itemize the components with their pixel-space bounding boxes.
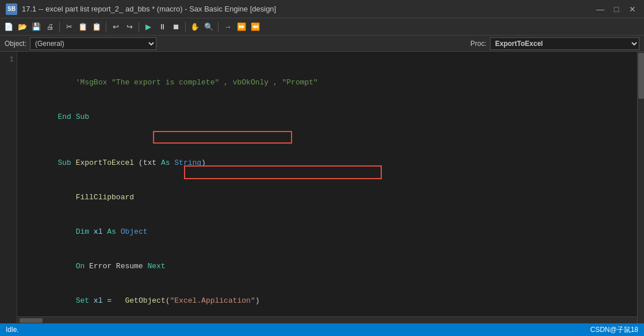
toolbar-hand[interactable]: ✋ [189, 21, 201, 33]
status-right: CSDN@子鼠18 [590, 325, 638, 335]
kw-on1: On [76, 262, 89, 271]
toolbar-paste[interactable]: 📋 [90, 21, 103, 33]
kw-set1: Set [76, 296, 94, 305]
sep4 [185, 22, 186, 32]
toolbar-pause[interactable]: ⏸ [156, 21, 168, 33]
code-line-sub: Sub ExportToExcel (txt As String) [22, 146, 639, 180]
title-bar: SB 17.1 -- excel part list report_2_ ad_… [0, 0, 644, 18]
sep2 [106, 22, 106, 32]
toolbar-redo[interactable]: ↪ [123, 21, 136, 33]
toolbar-step[interactable]: → [221, 21, 234, 33]
status-bar: Idle. CSDN@子鼠18 [0, 323, 644, 336]
toolbar-stepover[interactable]: ⏩ [235, 21, 248, 33]
code-area: 1 'MsgBox "The export is complete" , vbO… [0, 52, 644, 323]
code-on-indent [57, 262, 75, 271]
object-label: Object: [5, 40, 26, 48]
toolbar-new[interactable]: 📄 [2, 21, 15, 33]
kw-as: As [161, 159, 174, 167]
toolbar: 📄 📂 💾 🖨 ✂ 📋 📋 ↩ ↪ ▶ ⏸ ⏹ ✋ 🔍 → ⏩ ⏪ [0, 18, 644, 36]
minimize-button[interactable]: — [595, 3, 606, 15]
kw-sub: Sub [57, 159, 75, 167]
code-line-fillclipboard: FillClipboard [22, 180, 639, 215]
sep1 [59, 22, 60, 32]
code-line-set-getobject: Set xl = GetObject("Excel.Application") [22, 284, 639, 316]
window-controls: — □ ✕ [595, 3, 638, 15]
scrollbar-h-thumb[interactable] [20, 318, 43, 323]
kw-next: Next [147, 262, 165, 271]
code-paren-close: ) [201, 159, 206, 167]
app-icon: SB [6, 3, 17, 15]
scrollbar-horizontal[interactable] [17, 316, 644, 323]
code-set-indent [57, 296, 75, 305]
window-title: 17.1 -- excel part list report_2_ ad_bbs… [22, 5, 595, 13]
line-numbers: 1 [0, 52, 17, 323]
toolbar-cut[interactable]: ✂ [63, 21, 75, 33]
code-line-on-error-resume: On Error Resume Next [22, 249, 639, 284]
func-fill: FillClipboard [76, 193, 134, 202]
code-line-endsub: End Sub [22, 100, 639, 134]
close-button[interactable]: ✕ [627, 3, 638, 15]
kw-dim: Dim [76, 227, 94, 236]
toolbar-stop[interactable]: ⏹ [170, 21, 182, 33]
var-xl-set1: xl [94, 296, 107, 305]
scrollbar-vertical[interactable] [637, 52, 644, 323]
code-line-blank2 [22, 134, 639, 146]
toolbar-copy[interactable]: 📋 [76, 21, 89, 33]
comment-msgbox: 'MsgBox "The export is complete" , vbOkO… [57, 78, 317, 87]
object-select[interactable]: (General) [30, 37, 156, 50]
kw-as2: As [107, 227, 120, 236]
maximize-button[interactable]: □ [611, 3, 622, 15]
kw-object: Object [121, 227, 148, 236]
code-content[interactable]: 'MsgBox "The export is complete" , vbOkO… [17, 52, 644, 316]
obj-proc-bar: Object: (General) Proc: ExportToExcel [0, 36, 644, 52]
status-user: CSDN@子鼠18 [590, 325, 638, 335]
code-wrapper: 'MsgBox "The export is complete" , vbOkO… [17, 52, 644, 323]
toolbar-print[interactable]: 🖨 [44, 21, 56, 33]
kw-string: String [174, 159, 201, 167]
toolbar-find[interactable]: 🔍 [202, 21, 215, 33]
code-fill [57, 193, 75, 202]
toolbar-stepout[interactable]: ⏪ [249, 21, 262, 33]
code-line-blank1 [22, 54, 639, 65]
scrollbar-v-thumb[interactable] [638, 53, 644, 99]
str-excel-app1: "Excel.Application" [170, 296, 255, 305]
sep5 [218, 22, 218, 32]
line-num-1: 1 [0, 54, 14, 65]
func-export: ExportToExcel [76, 159, 139, 167]
proc-select[interactable]: ExportToExcel [490, 37, 639, 50]
code-error-resume: Error Resume [89, 262, 147, 271]
code-paren1: ) [255, 296, 260, 305]
toolbar-open[interactable]: 📂 [16, 21, 29, 33]
toolbar-undo[interactable]: ↩ [109, 21, 122, 33]
sep3 [139, 22, 139, 32]
func-getobject: GetObject( [125, 296, 170, 305]
toolbar-run[interactable]: ▶ [142, 21, 155, 33]
code-line-msgbox: 'MsgBox "The export is complete" , vbOkO… [22, 65, 639, 100]
kw-end: End Sub [57, 113, 89, 121]
status-text: Idle. [6, 326, 19, 334]
var-xl-dim: xl [94, 227, 107, 236]
code-dim-indent [57, 227, 75, 236]
code-eq1: = [107, 296, 125, 305]
code-line-dim: Dim xl As Object [22, 215, 639, 249]
toolbar-save[interactable]: 💾 [30, 21, 43, 33]
proc-label: Proc: [470, 40, 486, 48]
code-sub-params: (txt [139, 159, 161, 167]
